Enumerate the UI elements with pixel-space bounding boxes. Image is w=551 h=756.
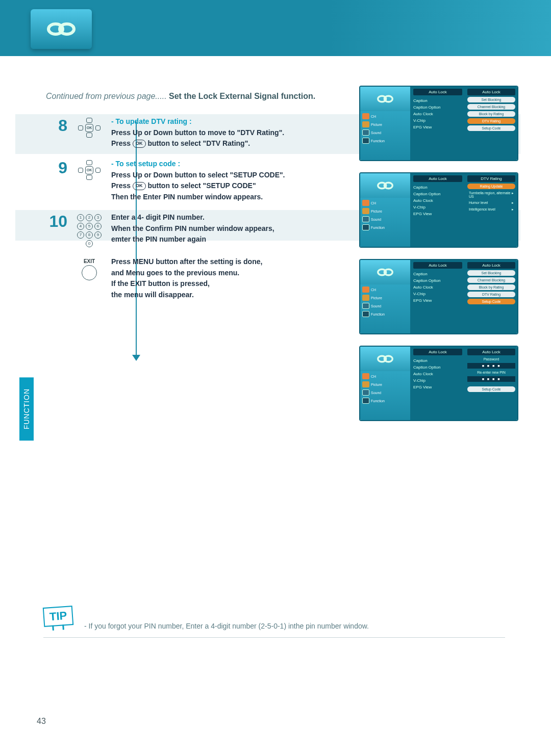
page-number: 43	[37, 717, 46, 726]
tip-label: TIP	[43, 606, 74, 627]
osd-screenshot: CHPictureSoundFunctionAuto LockCaptionCa…	[359, 259, 518, 334]
tip-box: TIP - If you forgot your PIN number, Ent…	[43, 607, 505, 638]
dpad-ok-label: OK	[85, 166, 93, 174]
flow-arrow-head	[132, 355, 140, 361]
osd-screenshot: CHPictureSoundFunctionAuto LockCaptionCa…	[359, 346, 518, 421]
step-number: 10	[46, 212, 71, 231]
tip-text: - If you forgot your PIN number, Enter a…	[43, 622, 505, 630]
remote-graphic: OK	[71, 159, 107, 180]
exit-button-icon: EXIT	[82, 258, 97, 280]
continued-prefix: Continued from previous page.....	[46, 92, 167, 100]
step-number: 8	[46, 116, 71, 135]
step-number: 9	[46, 159, 71, 177]
ok-icon: OK	[133, 140, 146, 148]
osd-screenshot: CHPictureSoundFunctionAuto LockCaptionCa…	[359, 172, 518, 248]
page-header	[0, 0, 551, 56]
remote-graphic: EXIT	[71, 256, 107, 280]
dpad-icon: OK	[75, 118, 104, 138]
numpad-icon: 123 456 789 0	[77, 214, 102, 247]
osd-column: CHPictureSoundFunctionAuto LockCaptionCa…	[359, 86, 518, 421]
exit-label: EXIT	[84, 258, 95, 264]
remote-graphic: 123 456 789 0	[71, 212, 107, 247]
chain-icon	[43, 18, 79, 40]
continued-title: Set the Lock External Signal function.	[169, 92, 315, 100]
ok-icon: OK	[133, 182, 146, 190]
side-tab-function: FUNCTION	[19, 377, 34, 440]
dpad-ok-label: OK	[85, 124, 93, 132]
logo-box	[31, 9, 92, 49]
osd-screenshot: CHPictureSoundFunctionAuto LockCaptionCa…	[359, 86, 518, 161]
remote-graphic: OK	[71, 116, 107, 138]
tip-rule	[43, 637, 505, 638]
dpad-icon: OK	[75, 161, 104, 180]
